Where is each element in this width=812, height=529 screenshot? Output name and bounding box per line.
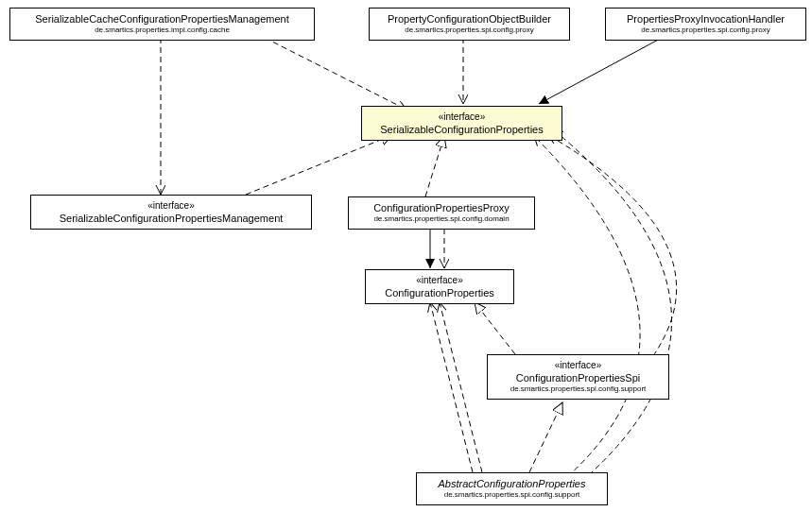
package-label: de.smartics.properties.spi.config.domain [356,214,527,224]
svg-line-10 [440,302,482,472]
class-title: PropertiesProxyInvocationHandler [613,12,798,26]
svg-line-5 [425,136,444,196]
class-config-props-proxy[interactable]: ConfigurationPropertiesProxy de.smartics… [348,196,535,230]
package-label: de.smartics.properties.spi.config.proxy [377,26,561,35]
class-title: SerializableConfigurationProperties [370,123,554,136]
package-label: de.smartics.properties.spi.config.proxy [613,26,798,35]
class-title: ConfigurationProperties [373,286,506,299]
interface-serializable-config-props[interactable]: «interface» SerializableConfigurationPro… [361,106,562,141]
class-property-config-object-builder[interactable]: PropertyConfigurationObjectBuilder de.sm… [369,8,570,41]
class-title: ConfigurationPropertiesProxy [356,201,527,214]
class-title: ConfigurationPropertiesSpi [495,371,661,384]
stereotype: «interface» [373,274,506,286]
interface-config-props-spi[interactable]: «interface» ConfigurationPropertiesSpi d… [487,354,669,400]
class-title: SerializableConfigurationPropertiesManag… [39,212,303,225]
class-title: PropertyConfigurationObjectBuilder [377,12,561,26]
interface-serializable-config-props-mgmt[interactable]: «interface» SerializableConfigurationPro… [30,195,312,230]
svg-line-4 [246,135,392,195]
class-title: SerializableCacheConfigurationProperties… [18,12,306,26]
stereotype: «interface» [39,199,303,212]
edges-layer [0,0,812,529]
stereotype: «interface» [370,111,554,123]
svg-line-9 [430,302,473,472]
class-abstract-config-props[interactable]: AbstractConfigurationProperties de.smart… [416,472,608,505]
svg-line-1 [265,38,406,110]
stereotype: «interface» [495,359,661,371]
class-serializable-cache-config-props-mgmt[interactable]: SerializableCacheConfigurationProperties… [9,8,315,41]
package-label: de.smartics.properties.spi.config.suppor… [424,490,599,500]
svg-line-3 [539,38,662,104]
uml-diagram: SerializableCacheConfigurationProperties… [0,0,812,529]
svg-line-8 [475,302,515,354]
svg-line-11 [529,402,562,472]
package-label: de.smartics.properties.impl.config.cache [18,26,306,35]
interface-config-props[interactable]: «interface» ConfigurationProperties [365,269,514,304]
class-title: AbstractConfigurationProperties [424,477,599,490]
class-properties-proxy-invocation-handler[interactable]: PropertiesProxyInvocationHandler de.smar… [605,8,806,41]
package-label: de.smartics.properties.spi.config.suppor… [495,384,661,394]
